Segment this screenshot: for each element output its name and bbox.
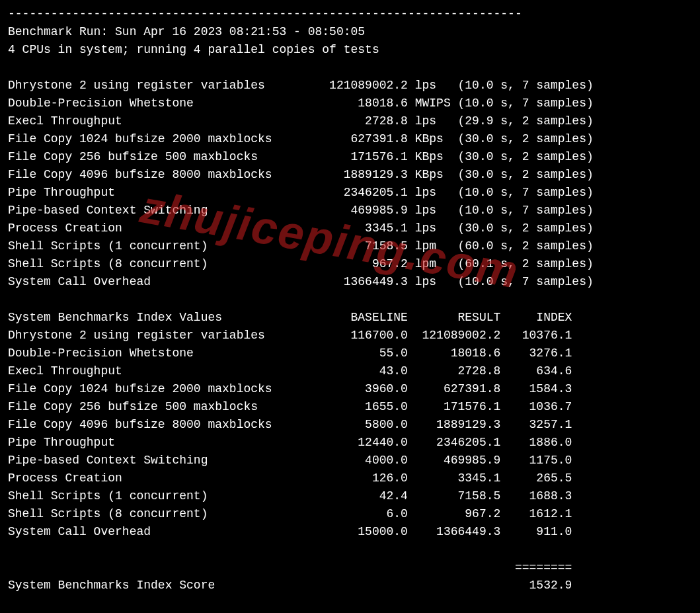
score-block: ======== System Benchmarks Index Score 1… — [8, 561, 572, 592]
divider-line: ----------------------------------------… — [8, 7, 522, 20]
terminal-output: ----------------------------------------… — [8, 5, 692, 594]
cpu-info-line: 4 CPUs in system; running 4 parallel cop… — [8, 43, 379, 56]
benchmark-run-line: Benchmark Run: Sun Apr 16 2023 08:21:53 … — [8, 25, 365, 38]
tests-block: Dhrystone 2 using register variables 121… — [8, 79, 594, 288]
index-block: System Benchmarks Index Values BASELINE … — [8, 311, 572, 538]
